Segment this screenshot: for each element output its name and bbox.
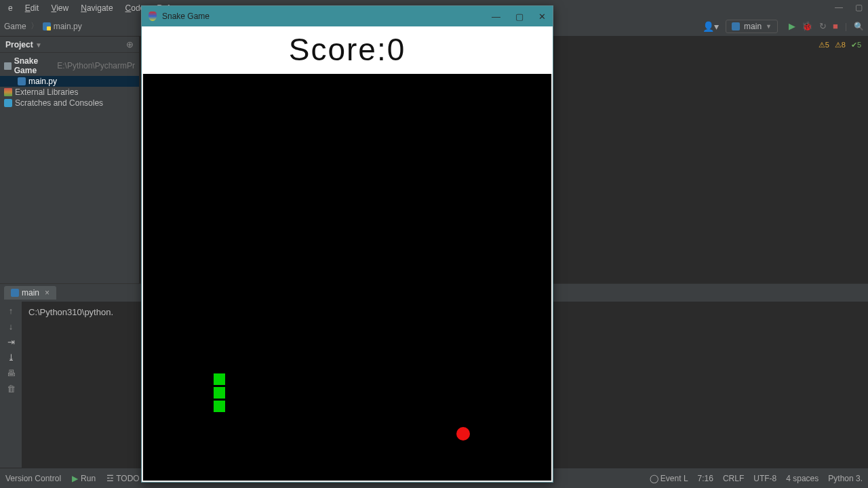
- status-cursor-pos[interactable]: 7:16: [698, 474, 713, 483]
- tool-event-log[interactable]: ◯ Event L: [650, 474, 688, 483]
- python-file-icon: [732, 22, 740, 30]
- down-arrow-icon[interactable]: ↓: [9, 321, 14, 331]
- run-tab-main[interactable]: main ×: [4, 286, 56, 300]
- rerun-icon[interactable]: ↻: [819, 21, 827, 31]
- status-encoding[interactable]: UTF-8: [753, 474, 776, 483]
- tool-run[interactable]: ▶Run: [72, 474, 96, 483]
- tool-version-control[interactable]: Version Control: [5, 474, 61, 483]
- run-actions: ▶ 🐞 ↻ ■: [785, 21, 838, 31]
- snake-food: [456, 427, 470, 441]
- game-score-bar: Score:0: [142, 26, 553, 74]
- search-icon[interactable]: 🔍: [854, 22, 864, 31]
- stop-icon[interactable]: ■: [833, 21, 838, 31]
- menu-file[interactable]: e: [3, 2, 18, 14]
- ide-maximize-icon[interactable]: ▢: [855, 3, 863, 12]
- python-file-icon: [11, 289, 19, 297]
- target-icon[interactable]: ⊕: [126, 39, 134, 49]
- python-file-icon: [18, 77, 26, 85]
- tk-feather-icon: [149, 12, 157, 21]
- chevron-down-icon[interactable]: ▼: [35, 41, 42, 49]
- snake-segment: [213, 386, 226, 399]
- menu-view[interactable]: View: [45, 2, 74, 14]
- tree-external-libraries[interactable]: External Libraries: [0, 87, 139, 98]
- print-icon[interactable]: 🖶: [7, 368, 16, 378]
- python-file-icon: [43, 22, 51, 30]
- menu-edit[interactable]: Edit: [20, 2, 45, 14]
- scroll-end-icon[interactable]: ⤓: [7, 352, 15, 363]
- breadcrumb-file[interactable]: main.py: [43, 22, 82, 31]
- code-with-me-icon[interactable]: 👤▾: [703, 21, 719, 32]
- snake-segment: [213, 373, 226, 386]
- menu-navigate[interactable]: Navigate: [75, 2, 118, 14]
- soft-wrap-icon[interactable]: ⇥: [7, 337, 15, 347]
- scratches-icon: [4, 99, 12, 107]
- ide-window-controls: — ▢: [835, 3, 863, 12]
- status-line-sep[interactable]: CRLF: [723, 474, 744, 483]
- run-configuration-selector[interactable]: main ▼: [726, 20, 778, 33]
- toolbar-divider: |: [845, 22, 847, 31]
- run-icon[interactable]: ▶: [789, 21, 795, 31]
- tree-scratches[interactable]: Scratches and Consoles: [0, 98, 139, 108]
- game-close-icon[interactable]: ✕: [538, 12, 546, 22]
- debug-icon[interactable]: 🐞: [802, 21, 812, 31]
- run-gutter: ↑ ↓ ⇥ ⤓ 🖶 🗑: [0, 302, 22, 468]
- close-icon[interactable]: ×: [45, 288, 50, 298]
- score-value: 0: [387, 32, 406, 67]
- libraries-icon: [4, 88, 12, 96]
- status-indent[interactable]: 4 spaces: [786, 474, 818, 483]
- trash-icon[interactable]: 🗑: [7, 384, 16, 394]
- folder-icon: [4, 62, 12, 70]
- chevron-right-icon: 〉: [31, 20, 39, 32]
- ide-minimize-icon[interactable]: —: [835, 3, 843, 12]
- project-header[interactable]: Project: [5, 40, 33, 49]
- tree-file-main[interactable]: main.py: [0, 76, 139, 87]
- game-minimize-icon[interactable]: —: [492, 12, 500, 22]
- breadcrumb-project[interactable]: Game: [4, 22, 26, 31]
- game-window-title: Snake Game: [162, 12, 210, 21]
- chevron-down-icon: ▼: [766, 23, 772, 30]
- snake-game-window: Snake Game — ▢ ✕ Score:0: [141, 5, 553, 483]
- game-maximize-icon[interactable]: ▢: [515, 12, 524, 22]
- tool-todo[interactable]: ☲ TODO: [106, 474, 140, 483]
- snake-segment: [213, 400, 226, 413]
- score-label: Score:: [289, 32, 387, 67]
- up-arrow-icon[interactable]: ↑: [9, 306, 14, 316]
- tree-project-root[interactable]: Snake Game E:\Python\PycharmPr: [0, 56, 139, 76]
- game-titlebar[interactable]: Snake Game — ▢ ✕: [142, 6, 553, 26]
- game-canvas[interactable]: [143, 74, 551, 481]
- status-interpreter[interactable]: Python 3.: [828, 474, 863, 483]
- project-tree: Snake Game E:\Python\PycharmPr main.py E…: [0, 53, 139, 111]
